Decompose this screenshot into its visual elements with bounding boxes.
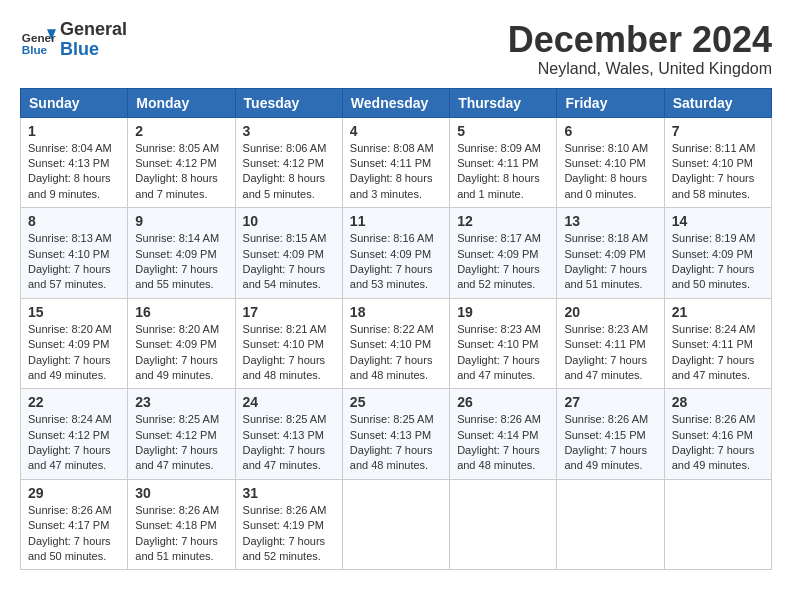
sunset-label: Sunset: 4:12 PM [135,429,216,441]
calendar-table: SundayMondayTuesdayWednesdayThursdayFrid… [20,88,772,571]
sunset-label: Sunset: 4:10 PM [672,157,753,169]
calendar-cell: 28 Sunrise: 8:26 AM Sunset: 4:16 PM Dayl… [664,389,771,480]
day-number: 11 [350,213,442,229]
day-number: 23 [135,394,227,410]
sunset-label: Sunset: 4:10 PM [564,157,645,169]
daylight-label: Daylight: 7 hours and 52 minutes. [457,263,540,290]
calendar-cell: 7 Sunrise: 8:11 AM Sunset: 4:10 PM Dayli… [664,117,771,208]
sunrise-label: Sunrise: 8:13 AM [28,232,112,244]
day-info: Sunrise: 8:24 AM Sunset: 4:12 PM Dayligh… [28,412,120,474]
calendar-cell: 24 Sunrise: 8:25 AM Sunset: 4:13 PM Dayl… [235,389,342,480]
daylight-label: Daylight: 7 hours and 53 minutes. [350,263,433,290]
calendar-cell: 8 Sunrise: 8:13 AM Sunset: 4:10 PM Dayli… [21,208,128,299]
page-header: General Blue General Blue December 2024 … [20,20,772,78]
sunrise-label: Sunrise: 8:26 AM [135,504,219,516]
logo: General Blue General Blue [20,20,127,60]
day-number: 14 [672,213,764,229]
sunset-label: Sunset: 4:13 PM [350,429,431,441]
day-number: 27 [564,394,656,410]
day-number: 8 [28,213,120,229]
day-number: 1 [28,123,120,139]
calendar-cell: 10 Sunrise: 8:15 AM Sunset: 4:09 PM Dayl… [235,208,342,299]
day-info: Sunrise: 8:26 AM Sunset: 4:16 PM Dayligh… [672,412,764,474]
sunset-label: Sunset: 4:09 PM [243,248,324,260]
sunrise-label: Sunrise: 8:10 AM [564,142,648,154]
sunrise-label: Sunrise: 8:06 AM [243,142,327,154]
sunrise-label: Sunrise: 8:24 AM [28,413,112,425]
daylight-label: Daylight: 7 hours and 50 minutes. [28,535,111,562]
daylight-label: Daylight: 8 hours and 0 minutes. [564,172,647,199]
day-number: 13 [564,213,656,229]
calendar-cell: 9 Sunrise: 8:14 AM Sunset: 4:09 PM Dayli… [128,208,235,299]
day-number: 30 [135,485,227,501]
sunset-label: Sunset: 4:14 PM [457,429,538,441]
sunrise-label: Sunrise: 8:25 AM [135,413,219,425]
day-info: Sunrise: 8:10 AM Sunset: 4:10 PM Dayligh… [564,141,656,203]
sunrise-label: Sunrise: 8:21 AM [243,323,327,335]
day-number: 10 [243,213,335,229]
day-info: Sunrise: 8:15 AM Sunset: 4:09 PM Dayligh… [243,231,335,293]
day-info: Sunrise: 8:24 AM Sunset: 4:11 PM Dayligh… [672,322,764,384]
day-info: Sunrise: 8:04 AM Sunset: 4:13 PM Dayligh… [28,141,120,203]
sunset-label: Sunset: 4:13 PM [28,157,109,169]
day-number: 31 [243,485,335,501]
daylight-label: Daylight: 8 hours and 1 minute. [457,172,540,199]
sunrise-label: Sunrise: 8:16 AM [350,232,434,244]
day-number: 16 [135,304,227,320]
calendar-cell: 27 Sunrise: 8:26 AM Sunset: 4:15 PM Dayl… [557,389,664,480]
sunset-label: Sunset: 4:18 PM [135,519,216,531]
day-info: Sunrise: 8:20 AM Sunset: 4:09 PM Dayligh… [28,322,120,384]
sunrise-label: Sunrise: 8:05 AM [135,142,219,154]
calendar-header: SundayMondayTuesdayWednesdayThursdayFrid… [21,88,772,117]
day-info: Sunrise: 8:23 AM Sunset: 4:11 PM Dayligh… [564,322,656,384]
weekday-header-tuesday: Tuesday [235,88,342,117]
calendar-cell: 25 Sunrise: 8:25 AM Sunset: 4:13 PM Dayl… [342,389,449,480]
daylight-label: Daylight: 7 hours and 49 minutes. [564,444,647,471]
sunrise-label: Sunrise: 8:23 AM [457,323,541,335]
sunset-label: Sunset: 4:09 PM [457,248,538,260]
day-info: Sunrise: 8:18 AM Sunset: 4:09 PM Dayligh… [564,231,656,293]
sunrise-label: Sunrise: 8:15 AM [243,232,327,244]
weekday-row: SundayMondayTuesdayWednesdayThursdayFrid… [21,88,772,117]
daylight-label: Daylight: 7 hours and 47 minutes. [243,444,326,471]
daylight-label: Daylight: 8 hours and 7 minutes. [135,172,218,199]
calendar-cell: 26 Sunrise: 8:26 AM Sunset: 4:14 PM Dayl… [450,389,557,480]
calendar-cell: 18 Sunrise: 8:22 AM Sunset: 4:10 PM Dayl… [342,298,449,389]
calendar-cell: 31 Sunrise: 8:26 AM Sunset: 4:19 PM Dayl… [235,479,342,570]
calendar-cell: 13 Sunrise: 8:18 AM Sunset: 4:09 PM Dayl… [557,208,664,299]
daylight-label: Daylight: 7 hours and 51 minutes. [135,535,218,562]
day-info: Sunrise: 8:26 AM Sunset: 4:19 PM Dayligh… [243,503,335,565]
sunset-label: Sunset: 4:12 PM [243,157,324,169]
day-info: Sunrise: 8:08 AM Sunset: 4:11 PM Dayligh… [350,141,442,203]
sunset-label: Sunset: 4:09 PM [135,248,216,260]
logo-icon: General Blue [20,22,56,58]
calendar-week-3: 15 Sunrise: 8:20 AM Sunset: 4:09 PM Dayl… [21,298,772,389]
day-info: Sunrise: 8:05 AM Sunset: 4:12 PM Dayligh… [135,141,227,203]
calendar-cell: 29 Sunrise: 8:26 AM Sunset: 4:17 PM Dayl… [21,479,128,570]
weekday-header-monday: Monday [128,88,235,117]
sunrise-label: Sunrise: 8:20 AM [28,323,112,335]
calendar-cell [450,479,557,570]
daylight-label: Daylight: 7 hours and 47 minutes. [564,354,647,381]
sunrise-label: Sunrise: 8:14 AM [135,232,219,244]
day-info: Sunrise: 8:26 AM Sunset: 4:17 PM Dayligh… [28,503,120,565]
sunset-label: Sunset: 4:16 PM [672,429,753,441]
daylight-label: Daylight: 7 hours and 48 minutes. [457,444,540,471]
sunrise-label: Sunrise: 8:26 AM [28,504,112,516]
sunset-label: Sunset: 4:11 PM [350,157,431,169]
day-info: Sunrise: 8:13 AM Sunset: 4:10 PM Dayligh… [28,231,120,293]
calendar-cell: 17 Sunrise: 8:21 AM Sunset: 4:10 PM Dayl… [235,298,342,389]
calendar-cell: 12 Sunrise: 8:17 AM Sunset: 4:09 PM Dayl… [450,208,557,299]
calendar-cell: 11 Sunrise: 8:16 AM Sunset: 4:09 PM Dayl… [342,208,449,299]
daylight-label: Daylight: 7 hours and 55 minutes. [135,263,218,290]
calendar-week-5: 29 Sunrise: 8:26 AM Sunset: 4:17 PM Dayl… [21,479,772,570]
daylight-label: Daylight: 7 hours and 50 minutes. [672,263,755,290]
calendar-cell: 23 Sunrise: 8:25 AM Sunset: 4:12 PM Dayl… [128,389,235,480]
day-number: 2 [135,123,227,139]
day-info: Sunrise: 8:22 AM Sunset: 4:10 PM Dayligh… [350,322,442,384]
day-info: Sunrise: 8:21 AM Sunset: 4:10 PM Dayligh… [243,322,335,384]
calendar-cell [342,479,449,570]
day-number: 22 [28,394,120,410]
day-info: Sunrise: 8:26 AM Sunset: 4:18 PM Dayligh… [135,503,227,565]
calendar-cell [557,479,664,570]
